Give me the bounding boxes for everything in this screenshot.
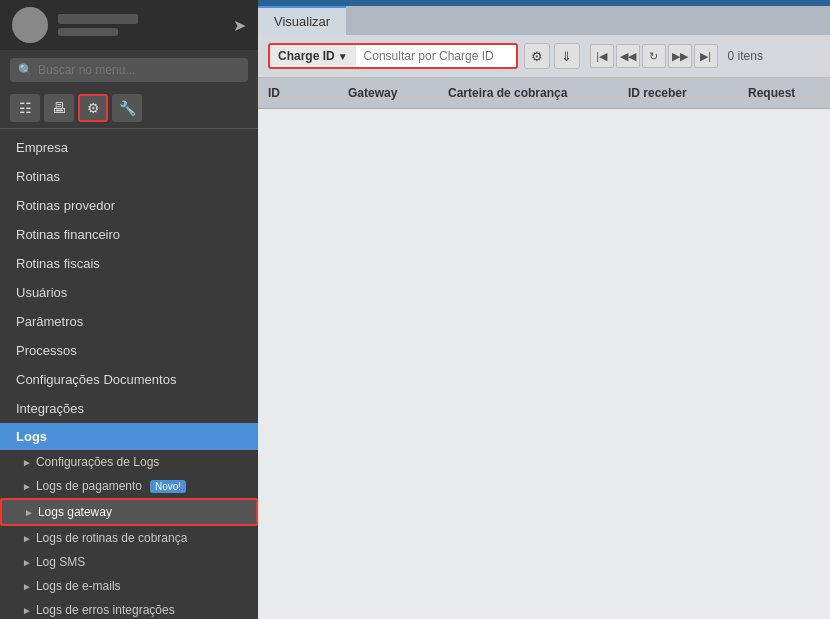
avatar	[12, 7, 48, 43]
submenu-item-logs-rotinas-cobranca[interactable]: ► Logs de rotinas de cobrança	[0, 526, 258, 550]
filter-bar: Charge ID ▼ ⚙ ⇓ |◀ ◀◀ ↻ ▶▶ ▶| 0 itens	[258, 35, 830, 78]
submenu-item-logs-pagamento[interactable]: ► Logs de pagamento Novo!	[0, 474, 258, 498]
sidebar-header: ➤	[0, 0, 258, 50]
nav-btns: |◀ ◀◀ ↻ ▶▶ ▶|	[590, 44, 718, 68]
menu-items: Empresa Rotinas Rotinas provedor Rotinas…	[0, 129, 258, 619]
filter-actions: ⚙ ⇓	[524, 43, 580, 69]
col-header-carteira: Carteira de cobrança	[438, 82, 618, 104]
content-area: Charge ID ▼ ⚙ ⇓ |◀ ◀◀ ↻ ▶▶ ▶| 0 itens ID…	[258, 35, 830, 619]
user-name	[58, 14, 138, 24]
filter-dropdown: Charge ID ▼	[268, 43, 518, 69]
col-header-id-receber: ID receber	[618, 82, 738, 104]
logout-icon[interactable]: ➤	[233, 16, 246, 35]
arrow-icon: ►	[22, 581, 32, 592]
sidebar-item-logs[interactable]: Logs	[0, 423, 258, 450]
submenu-item-config-logs[interactable]: ► Configurações de Logs	[0, 450, 258, 474]
col-header-gateway: Gateway	[338, 82, 438, 104]
download-filter-btn[interactable]: ⇓	[554, 43, 580, 69]
settings-filter-btn[interactable]: ⚙	[524, 43, 550, 69]
grid-icon-btn[interactable]: ☷	[10, 94, 40, 122]
arrow-icon: ►	[22, 605, 32, 616]
sidebar-item-configuracoes-documentos[interactable]: Configurações Documentos	[0, 365, 258, 394]
toolbar-icons: ☷ 🖶 ⚙ 🔧	[0, 90, 258, 129]
filter-input[interactable]	[356, 45, 516, 67]
user-info	[58, 14, 233, 36]
nav-first-btn[interactable]: |◀	[590, 44, 614, 68]
sidebar-item-empresa[interactable]: Empresa	[0, 133, 258, 162]
arrow-icon: ►	[22, 457, 32, 468]
sidebar-item-rotinas[interactable]: Rotinas	[0, 162, 258, 191]
table-header: ID Gateway Carteira de cobrança ID receb…	[258, 78, 830, 109]
chevron-down-icon: ▼	[338, 51, 348, 62]
arrow-icon: ►	[22, 557, 32, 568]
submenu-item-log-sms[interactable]: ► Log SMS	[0, 550, 258, 574]
arrow-icon: ►	[24, 507, 34, 518]
sidebar-item-rotinas-financeiro[interactable]: Rotinas financeiro	[0, 220, 258, 249]
tab-visualizar[interactable]: Visualizar	[258, 6, 346, 35]
user-role	[58, 28, 118, 36]
items-count: 0 itens	[728, 49, 763, 63]
nav-refresh-btn[interactable]: ↻	[642, 44, 666, 68]
gear-icon-btn[interactable]: ⚙	[78, 94, 108, 122]
sidebar-item-usuarios[interactable]: Usuários	[0, 278, 258, 307]
nav-next-btn[interactable]: ▶▶	[668, 44, 692, 68]
arrow-icon: ►	[22, 481, 32, 492]
nav-last-btn[interactable]: ▶|	[694, 44, 718, 68]
title-bar: Visualizar	[258, 6, 830, 35]
nav-prev-btn[interactable]: ◀◀	[616, 44, 640, 68]
search-icon: 🔍	[18, 63, 33, 77]
print-icon-btn[interactable]: 🖶	[44, 94, 74, 122]
sidebar-item-processos[interactable]: Processos	[0, 336, 258, 365]
sidebar-item-parametros[interactable]: Parâmetros	[0, 307, 258, 336]
sidebar-item-rotinas-provedor[interactable]: Rotinas provedor	[0, 191, 258, 220]
sidebar-item-integracoes[interactable]: Integrações	[0, 394, 258, 423]
search-input[interactable]	[10, 58, 248, 82]
search-wrapper: 🔍	[10, 58, 248, 82]
col-header-request: Request	[738, 82, 830, 104]
submenu-item-logs-erros-integracoes[interactable]: ► Logs de erros integrações	[0, 598, 258, 619]
filter-label[interactable]: Charge ID ▼	[270, 45, 356, 67]
search-bar-container: 🔍	[0, 50, 258, 90]
table-body	[258, 109, 830, 619]
sidebar-item-rotinas-fiscais[interactable]: Rotinas fiscais	[0, 249, 258, 278]
arrow-icon: ►	[22, 533, 32, 544]
sidebar: ➤ 🔍 ☷ 🖶 ⚙ 🔧 Empresa Rotinas Rotinas prov…	[0, 0, 258, 619]
main-content: Visualizar Charge ID ▼ ⚙ ⇓ |◀ ◀◀ ↻ ▶▶ ▶|	[258, 0, 830, 619]
submenu-item-logs-gateway[interactable]: ► Logs gateway	[0, 498, 258, 526]
novo-badge: Novo!	[150, 480, 186, 493]
wrench-icon-btn[interactable]: 🔧	[112, 94, 142, 122]
submenu-item-logs-emails[interactable]: ► Logs de e-mails	[0, 574, 258, 598]
col-header-id: ID	[258, 82, 338, 104]
filter-label-text: Charge ID	[278, 49, 335, 63]
